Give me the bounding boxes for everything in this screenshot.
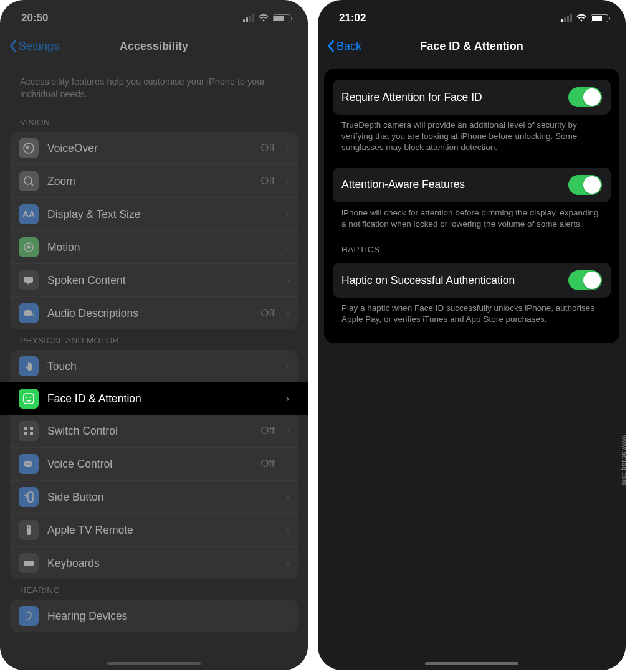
svg-point-18	[28, 463, 29, 465]
row-zoom[interactable]: Zoom Off ›	[10, 164, 298, 197]
row-face-id-attention[interactable]: Face ID & Attention ›	[0, 382, 308, 415]
row-motion[interactable]: Motion ›	[10, 230, 298, 263]
row-label: Spoken Content	[47, 274, 277, 287]
home-indicator[interactable]	[107, 662, 201, 665]
row-voiceover[interactable]: VoiceOver Off ›	[10, 132, 298, 164]
svg-point-23	[28, 527, 29, 528]
row-require-attention: Require Attention for Face ID	[333, 80, 611, 115]
svg-point-11	[30, 397, 31, 398]
row-audio-desc[interactable]: ) Audio Descriptions Off ›	[10, 296, 298, 329]
svg-rect-9	[24, 394, 34, 404]
touch-icon	[19, 356, 39, 376]
settings-card: Require Attention for Face ID TrueDepth …	[324, 69, 619, 343]
chevron-right-icon: ›	[286, 610, 289, 622]
svg-point-17	[26, 463, 27, 465]
row-label: Display & Text Size	[47, 208, 277, 221]
svg-rect-14	[24, 432, 27, 435]
chevron-right-icon: ›	[286, 176, 289, 187]
toggle-label: Require Attention for Face ID	[341, 91, 482, 104]
back-label: Back	[336, 40, 361, 53]
chevron-right-icon: ›	[286, 458, 289, 470]
back-button[interactable]: Back	[327, 40, 361, 53]
svg-text:): )	[32, 313, 34, 316]
svg-rect-7	[24, 310, 32, 316]
motion-icon	[19, 237, 39, 257]
text-size-icon: AA	[19, 204, 39, 224]
home-indicator[interactable]	[425, 662, 518, 665]
section-header-vision: VISION	[0, 111, 308, 132]
section-header-haptics: HAPTICS	[324, 239, 619, 258]
row-label: Voice Control	[47, 458, 252, 471]
svg-line-3	[31, 183, 33, 186]
page-title: Face ID & Attention	[318, 40, 626, 53]
chevron-right-icon: ›	[286, 143, 289, 154]
remote-icon	[19, 520, 39, 540]
row-label: Audio Descriptions	[47, 307, 252, 320]
row-status: Off	[260, 142, 274, 154]
switch-control-icon	[19, 421, 39, 441]
right-phone-face-id: 21:02 Back Face ID & Attention Require A…	[318, 0, 626, 670]
desc-attention-aware: iPhone will check for attention before d…	[324, 202, 619, 239]
status-indicators	[243, 14, 290, 22]
row-touch[interactable]: Touch ›	[10, 350, 298, 382]
side-button-icon	[19, 487, 39, 507]
hearing-icon	[19, 606, 39, 626]
chevron-right-icon: ›	[286, 308, 289, 319]
row-side-button[interactable]: Side Button ›	[10, 480, 298, 513]
svg-rect-12	[24, 427, 27, 430]
row-status: Off	[260, 175, 274, 187]
row-voice-control[interactable]: Voice Control Off ›	[10, 447, 298, 480]
svg-rect-6	[24, 277, 33, 283]
toggle-haptic-auth[interactable]	[568, 270, 602, 290]
row-label: Motion	[47, 241, 277, 254]
spoken-content-icon	[19, 270, 39, 290]
row-attention-aware: Attention-Aware Features	[333, 168, 611, 202]
chevron-right-icon: ›	[286, 524, 289, 536]
group-physical-bottom: Switch Control Off › Voice Control Off ›…	[10, 415, 298, 579]
row-display-text[interactable]: AA Display & Text Size ›	[10, 197, 298, 230]
chevron-left-icon	[9, 40, 16, 52]
chevron-right-icon: ›	[286, 425, 289, 437]
row-apple-tv-remote[interactable]: Apple TV Remote ›	[10, 513, 298, 546]
svg-rect-13	[30, 427, 33, 430]
svg-rect-22	[27, 525, 31, 535]
group-physical-top: Touch ›	[10, 350, 298, 382]
toggle-label: Attention-Aware Features	[341, 178, 465, 191]
status-bar: 20:50	[0, 0, 308, 30]
zoom-icon	[19, 171, 39, 191]
svg-rect-24	[24, 561, 34, 566]
chevron-left-icon	[327, 40, 334, 52]
row-label: Keyboards	[47, 557, 277, 570]
row-status: Off	[260, 425, 274, 437]
row-keyboards[interactable]: Keyboards ›	[10, 546, 298, 579]
row-label: Hearing Devices	[47, 610, 277, 623]
svg-point-10	[26, 397, 27, 398]
back-label: Settings	[19, 40, 59, 53]
voice-control-icon	[19, 454, 39, 474]
row-label: Apple TV Remote	[47, 524, 277, 537]
status-bar: 21:02	[318, 0, 626, 30]
section-header-physical: PHYSICAL AND MOTOR	[0, 329, 308, 350]
nav-bar: Settings Accessibility	[0, 30, 308, 62]
row-label: Zoom	[47, 175, 252, 188]
row-label: Switch Control	[47, 425, 252, 438]
row-spoken[interactable]: Spoken Content ›	[10, 263, 298, 296]
svg-point-1	[26, 146, 29, 149]
section-header-hearing: HEARING	[0, 579, 308, 600]
group-hearing: Hearing Devices ›	[10, 600, 298, 632]
status-time: 20:50	[21, 12, 48, 24]
row-hearing-devices[interactable]: Hearing Devices ›	[10, 600, 298, 632]
toggle-require-attention[interactable]	[568, 87, 602, 107]
chevron-right-icon: ›	[286, 361, 289, 372]
desc-haptic-auth: Play a haptic when Face ID successfully …	[324, 298, 619, 334]
back-button[interactable]: Settings	[9, 40, 59, 53]
group-vision: VoiceOver Off › Zoom Off › AA Display & …	[10, 132, 298, 329]
row-switch-control[interactable]: Switch Control Off ›	[10, 415, 298, 447]
status-time: 21:02	[339, 12, 366, 24]
toggle-label: Haptic on Successful Authentication	[341, 274, 515, 287]
content-scroll[interactable]: Accessibility features help you customis…	[0, 62, 308, 645]
toggle-attention-aware[interactable]	[568, 175, 602, 195]
chevron-right-icon: ›	[286, 275, 289, 286]
desc-require-attention: TrueDepth camera will provide an additio…	[324, 115, 619, 163]
intro-text: Accessibility features help you customis…	[0, 72, 308, 111]
